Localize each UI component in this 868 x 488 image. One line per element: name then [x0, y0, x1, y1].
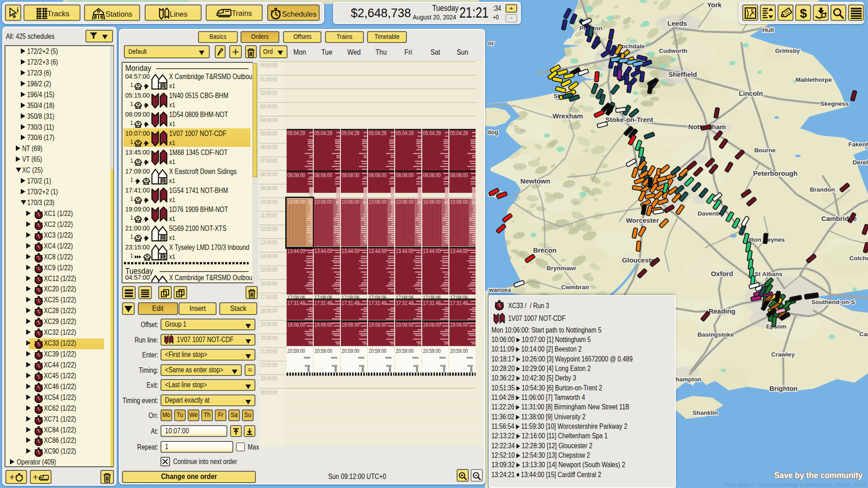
svg-text:11:00:00: 11:00:00 — [260, 212, 277, 218]
svg-text:dog: dog — [487, 129, 499, 136]
svg-text:20:59:00: 20:59:00 — [342, 347, 360, 353]
svg-text:St Albans: St Albans — [755, 271, 783, 277]
svg-text:Brighton: Brighton — [769, 385, 797, 392]
svg-text:20:59:00: 20:59:00 — [288, 347, 306, 353]
svg-text:07:00:00: 07:00:00 — [260, 158, 277, 164]
svg-text:20:59:00: 20:59:00 — [450, 347, 468, 353]
svg-text:01:00:00: 01:00:00 — [260, 76, 277, 82]
svg-text:Cwmbran: Cwmbran — [561, 284, 589, 291]
svg-text:04:00:00: 04:00:00 — [260, 117, 277, 123]
svg-text:19:08:00: 19:08:00 — [315, 321, 333, 328]
svg-text:Brecon: Brecon — [533, 246, 557, 254]
svg-text:05:04:29: 05:04:29 — [450, 130, 468, 136]
svg-text:13:00:00: 13:00:00 — [260, 239, 277, 245]
svg-text:10:06:00: 10:06:00 — [342, 198, 360, 205]
svg-text:17:31:48: 17:31:48 — [369, 299, 387, 305]
svg-text:13:44:00: 13:44:00 — [423, 248, 441, 254]
svg-text:17:31:48: 17:31:48 — [396, 299, 414, 305]
svg-text:York: York — [707, 1, 722, 9]
svg-text:Sheffield: Sheffield — [668, 70, 697, 78]
svg-text:10:06:00: 10:06:00 — [369, 198, 387, 205]
svg-text:13:44:00: 13:44:00 — [315, 248, 333, 254]
svg-text:12:00:00: 12:00:00 — [260, 226, 277, 232]
svg-text:08:08:00: 08:08:00 — [315, 171, 333, 178]
svg-text:22:00:00: 22:00:00 — [260, 362, 277, 368]
svg-text:Basingstoke: Basingstoke — [698, 331, 734, 338]
svg-text:19:00:00: 19:00:00 — [260, 321, 277, 327]
svg-text:Worcester: Worcester — [626, 216, 659, 224]
svg-text:05:04:29: 05:04:29 — [423, 130, 441, 136]
svg-text:08:08:00: 08:08:00 — [288, 171, 306, 178]
svg-text:20:00:00: 20:00:00 — [260, 335, 277, 341]
svg-text:19:08:00: 19:08:00 — [342, 321, 360, 328]
svg-text:08:08:00: 08:08:00 — [396, 171, 414, 178]
svg-text:Peterborough: Peterborough — [753, 169, 797, 177]
svg-text:i: i — [17, 6, 19, 14]
svg-text:10:06:00: 10:06:00 — [315, 198, 333, 205]
svg-text:17:31:48: 17:31:48 — [342, 299, 359, 305]
svg-text:10:06:00: 10:06:00 — [396, 198, 414, 205]
svg-text:Mablethorpe: Mablethorpe — [796, 76, 832, 83]
svg-text:05:04:29: 05:04:29 — [396, 130, 414, 136]
svg-text:13:44:00: 13:44:00 — [396, 248, 414, 254]
svg-text:20:59:00: 20:59:00 — [396, 347, 414, 353]
svg-text:Fakenham: Fakenham — [849, 141, 868, 148]
svg-text:16:00:00: 16:00:00 — [260, 281, 277, 286]
svg-text:03:00:00: 03:00:00 — [260, 103, 277, 109]
svg-text:05:04:29: 05:04:29 — [315, 130, 332, 136]
svg-text:Oxford: Oxford — [711, 270, 733, 277]
svg-text:Newtown: Newtown — [520, 177, 550, 185]
svg-text:Skegness: Skegness — [820, 100, 849, 107]
svg-text:Reading: Reading — [708, 307, 735, 315]
svg-text:Lincoln: Lincoln — [739, 89, 763, 97]
svg-text:06:00:00: 06:00:00 — [260, 144, 277, 150]
svg-text:08:08:00: 08:08:00 — [450, 171, 468, 178]
svg-text:Brandon: Brandon — [810, 186, 835, 193]
svg-text:05:04:29: 05:04:29 — [342, 130, 359, 136]
svg-text:08:08:00: 08:08:00 — [369, 171, 387, 178]
svg-text:17:31:48: 17:31:48 — [315, 299, 332, 305]
svg-text:20:59:00: 20:59:00 — [369, 347, 387, 353]
svg-text:21:00:00: 21:00:00 — [260, 348, 277, 354]
svg-text:20:59:00: 20:59:00 — [315, 347, 333, 353]
svg-text:Save by the community: Save by the community — [774, 471, 863, 480]
svg-text:or: or — [488, 40, 494, 47]
svg-text:08:00:00: 08:00:00 — [260, 171, 277, 177]
svg-text:19:08:00: 19:08:00 — [369, 321, 387, 328]
svg-text:Map data © OpenStreetMap Contr: Map data © OpenStreetMap Contributors, N… — [725, 481, 866, 488]
svg-text:Shanklin: Shanklin — [693, 409, 718, 416]
svg-text:09:00:00: 09:00:00 — [260, 185, 277, 191]
svg-text:Cudworth: Cudworth — [659, 47, 688, 54]
svg-text:05:00:00: 05:00:00 — [260, 131, 277, 136]
svg-text:10:00:00: 10:00:00 — [260, 199, 277, 205]
svg-text:08:08:00: 08:08:00 — [342, 171, 360, 178]
svg-text:13:44:00: 13:44:00 — [342, 248, 360, 254]
svg-text:Hull: Hull — [762, 27, 774, 33]
svg-text:17:00:00: 17:00:00 — [260, 294, 277, 300]
svg-text:Brynmawr: Brynmawr — [547, 265, 577, 272]
svg-text:Car: Car — [859, 331, 868, 338]
svg-text:13:44:00: 13:44:00 — [450, 248, 468, 254]
svg-text:Wrexham: Wrexham — [552, 112, 583, 120]
svg-text:13:44:00: 13:44:00 — [369, 248, 387, 254]
svg-text:17:31:48: 17:31:48 — [450, 299, 468, 305]
svg-text:17:31:48: 17:31:48 — [288, 299, 305, 305]
svg-text:20:59:00: 20:59:00 — [423, 347, 441, 353]
svg-text:Southend-on-S: Southend-on-S — [811, 299, 855, 305]
svg-text:Leeds: Leeds — [667, 19, 687, 27]
svg-text:10:06:00: 10:06:00 — [450, 198, 468, 205]
svg-text:19:08:00: 19:08:00 — [423, 321, 441, 328]
svg-text:10:06:00: 10:06:00 — [288, 198, 306, 205]
svg-text:Bourne: Bourne — [754, 147, 776, 154]
svg-text:15:00:00: 15:00:00 — [260, 267, 277, 272]
svg-text:00:00:00: 00:00:00 — [260, 389, 277, 395]
svg-text:02:00:00: 02:00:00 — [260, 90, 277, 96]
svg-text:19:08:00: 19:08:00 — [450, 321, 468, 328]
svg-text:00:00:00: 00:00:00 — [260, 62, 277, 68]
svg-text:18:00:00: 18:00:00 — [260, 308, 277, 314]
svg-text:wansea: wansea — [489, 286, 511, 293]
svg-text:Dereh: Dereh — [853, 159, 868, 166]
svg-text:19:08:00: 19:08:00 — [288, 321, 306, 328]
svg-text:23:00:00: 23:00:00 — [260, 375, 277, 381]
svg-text:$: $ — [800, 7, 807, 20]
